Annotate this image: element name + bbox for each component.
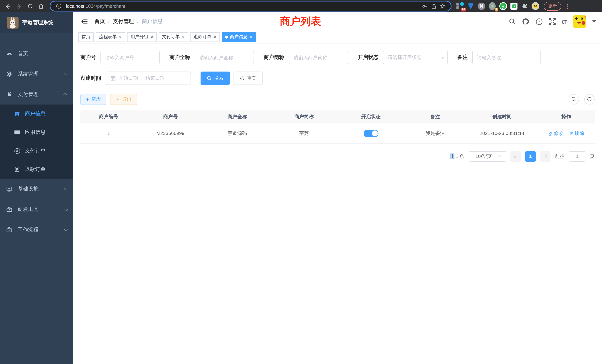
remark-input[interactable] (477, 55, 536, 60)
briefcase-icon (6, 227, 12, 233)
sidebar-item-system[interactable]: 系统管理 (0, 64, 73, 84)
extension-grid-badge[interactable]: 10 (456, 2, 464, 10)
filter-label: 商户简称 (264, 54, 284, 61)
browser-toolbar: localhost:1024/pay/merchant 10 ⌘ 1 (0, 0, 602, 12)
close-icon[interactable]: × (119, 35, 122, 39)
close-icon[interactable]: × (182, 35, 185, 39)
annotation-label: 商户列表 (280, 14, 321, 29)
browser-profile-avatar[interactable] (531, 2, 539, 10)
short-name-input[interactable] (294, 55, 343, 60)
sidebar-collapse-button[interactable] (78, 15, 91, 28)
add-button[interactable]: + 新增 (80, 94, 106, 105)
reset-button[interactable]: 重置 (234, 72, 263, 85)
avatar-caret-icon[interactable] (592, 20, 596, 23)
tab-merchant-info[interactable]: 商户信息× (222, 32, 256, 42)
goto-page-input[interactable] (569, 153, 585, 159)
prev-page-button[interactable] (510, 151, 521, 161)
browser-update-button[interactable]: 更新 (544, 2, 561, 11)
close-icon[interactable]: × (150, 35, 153, 39)
extension-y[interactable]: y (499, 2, 507, 10)
browser-home-button[interactable] (36, 1, 46, 11)
command-icon: ⌘ (478, 2, 485, 10)
status-toggle[interactable] (364, 129, 378, 137)
breadcrumb-home[interactable]: 首页 (95, 18, 105, 25)
password-key-icon[interactable] (420, 2, 429, 11)
sidebar-item-refund-order[interactable]: 退款订单 (0, 160, 73, 179)
user-avatar[interactable] (573, 15, 586, 28)
tab-process-form[interactable]: 流程表单× (96, 32, 125, 42)
share-icon[interactable] (429, 2, 438, 11)
total-count: 1 (456, 153, 458, 159)
tab-pay-order[interactable]: 支付订单× (159, 32, 188, 42)
extensions-area: 10 ⌘ 1 y (456, 2, 539, 10)
browser-back-button[interactable] (3, 1, 13, 11)
yen-icon: ¥ (6, 91, 12, 97)
browser-menu-button[interactable] (565, 3, 570, 9)
sidebar: 芋道管理系统 首页 系统管理 ¥ (0, 12, 73, 364)
reset-button-label: 重置 (247, 75, 257, 82)
blob-icon (489, 2, 496, 10)
sidebar-item-merchant-info[interactable]: 商户信息 (0, 105, 73, 123)
next-page-button[interactable] (540, 151, 550, 161)
search-icon[interactable] (509, 18, 516, 25)
download-icon (116, 97, 120, 102)
address-bar[interactable]: localhost:1024/pay/merchant (50, 1, 451, 11)
merchant-no-input[interactable] (105, 55, 155, 60)
github-icon[interactable] (522, 18, 529, 25)
edit-link-label: 修改 (554, 130, 563, 137)
close-icon[interactable]: × (213, 35, 216, 39)
sidebar-item-label: 退款订单 (25, 166, 67, 173)
export-button[interactable]: 导出 (110, 94, 137, 105)
extension-blob-badge[interactable]: 1 (488, 2, 496, 10)
date-range-input[interactable]: 开始日期 - 结束日期 (106, 72, 191, 85)
page-size-select[interactable]: 10条/页 (469, 151, 506, 161)
browser-reload-button[interactable] (25, 1, 35, 11)
browser-forward-button[interactable] (14, 1, 24, 11)
tab-refund-order[interactable]: 退款订单× (190, 32, 220, 42)
font-size-icon[interactable]: tT (562, 18, 566, 25)
sidebar-item-label: 首页 (18, 50, 67, 57)
tab-home[interactable]: 首页 (78, 32, 94, 42)
extensions-menu-button[interactable] (520, 2, 529, 10)
sidebar-item-infra[interactable]: 基础设施 (0, 179, 73, 199)
fullscreen-icon[interactable] (549, 18, 556, 25)
breadcrumb: 首页 / 支付管理 / 商户信息 (95, 18, 163, 25)
col-short-name: 商户简称 (271, 110, 337, 123)
sidebar-item-payment[interactable]: ¥ 支付管理 (0, 84, 73, 105)
status-select[interactable]: 请选择开启状态 (383, 51, 448, 64)
bookmark-star-icon[interactable] (438, 2, 447, 11)
edit-link[interactable]: 修改 (548, 130, 563, 137)
extension-command[interactable]: ⌘ (477, 2, 486, 10)
sidebar-item-pay-order[interactable]: ¥ 支付订单 (0, 142, 73, 160)
tab-label: 流程表单 (99, 34, 117, 40)
sidebar-item-devtools[interactable]: 研发工具 (0, 199, 73, 219)
sidebar-item-workflow[interactable]: 工作流程 (0, 219, 73, 240)
close-icon[interactable]: × (249, 35, 253, 39)
sidebar-item-label: 商户信息 (25, 110, 67, 117)
page-number-1[interactable]: 1 (525, 151, 536, 161)
sidebar-item-app-info[interactable]: 应用信息 (0, 123, 73, 142)
filter-label: 备注 (457, 54, 468, 61)
chat-icon (510, 3, 517, 10)
merchant-table: 商户编号 商户号 商户全称 商户简称 开启状态 备注 创建时间 操作 1 (80, 110, 595, 144)
toggle-search-button[interactable] (569, 94, 579, 105)
full-name-input[interactable] (199, 55, 249, 60)
refresh-table-button[interactable] (584, 94, 595, 105)
search-button[interactable]: 搜索 (201, 72, 230, 85)
info-icon[interactable] (54, 2, 63, 11)
pagination: 共 1 条 10条/页 1 前往 页 (80, 151, 595, 161)
tab-user-group[interactable]: 用户分组× (127, 32, 157, 42)
help-icon[interactable]: ? (536, 18, 543, 25)
url-text[interactable]: localhost:1024/pay/merchant (66, 3, 420, 9)
breadcrumb-separator: / (108, 19, 110, 24)
filter-label: 商户号 (80, 54, 96, 61)
sidebar-item-home[interactable]: 首页 (0, 43, 73, 64)
app-logo-row[interactable]: 芋道管理系统 (0, 12, 73, 33)
header-actions: ? tT (509, 15, 602, 28)
breadcrumb-payment[interactable]: 支付管理 (113, 18, 134, 25)
extension-gem[interactable] (467, 2, 475, 10)
delete-link[interactable]: 删除 (569, 130, 584, 137)
extension-chat[interactable] (510, 2, 518, 10)
filter-row-2: 创建时间 开始日期 - 结束日期 搜索 (80, 72, 595, 85)
chevron-down-icon (497, 154, 501, 158)
